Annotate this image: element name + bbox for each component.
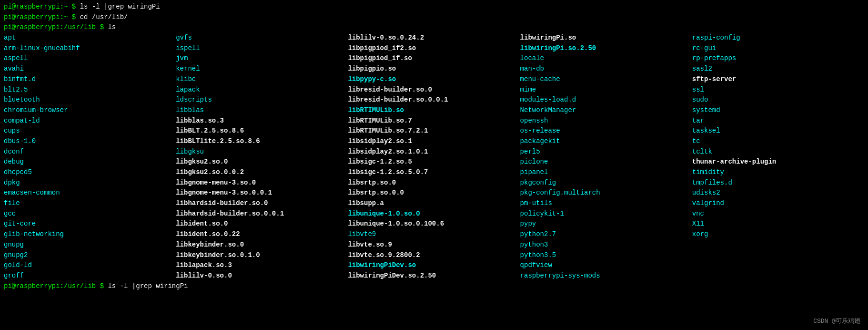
- prompt-2: pi@raspberrypi:~ $: [4, 12, 80, 23]
- dir-entry: libident.so.0: [176, 219, 348, 229]
- dir-entry: man-db: [520, 64, 692, 74]
- dir-entry: libkeybinder.so.0: [176, 240, 348, 250]
- dir-entry: modules-load.d: [520, 95, 692, 105]
- dir-entry: liblilv-0.so.0.24.2: [348, 33, 520, 43]
- dir-entry: libpigpio.so: [348, 64, 520, 74]
- dir-entry: blt2.5: [4, 85, 176, 95]
- dir-entry: menu-cache: [520, 74, 692, 85]
- dir-entry: sftp-server: [692, 74, 864, 85]
- dir-entry: rc-gui: [692, 43, 864, 54]
- dir-entry: libsidplay2.so.1.0.1: [348, 147, 520, 157]
- dir-entry: openssh: [520, 116, 692, 126]
- dir-entry: gnupg: [4, 240, 176, 250]
- dir-entry: gnupg2: [4, 250, 176, 261]
- dir-entry: libgnome-menu-3.so.0: [176, 178, 348, 188]
- dir-entry: libunique-1.0.so.0: [348, 209, 520, 219]
- dir-listing: aptarm-linux-gnueabihfaspellavahibinfmt.…: [4, 33, 864, 281]
- dir-entry: pkgconfig: [520, 178, 692, 188]
- dir-entry: libhardsid-builder.so.0: [176, 198, 348, 209]
- dir-entry: compat-ld: [4, 116, 176, 126]
- dir-entry: policykit-1: [520, 209, 692, 219]
- column-col3: liblilv-0.so.0.24.2libpigpiod_if2.solibp…: [348, 33, 520, 281]
- dir-entry: gvfs: [176, 33, 348, 43]
- dir-entry: git-core: [4, 219, 176, 229]
- dir-entry: libgnome-menu-3.so.0.0.1: [176, 188, 348, 198]
- dir-entry: jvm: [176, 53, 348, 64]
- dir-entry: libsidplay2.so.1: [348, 136, 520, 147]
- dir-entry: dhcpcd5: [4, 167, 176, 178]
- dir-entry: libkeybinder.so.0.1.0: [176, 250, 348, 261]
- terminal: pi@raspberrypi:~ $ ls -l |grep wiringPi …: [0, 0, 868, 293]
- dir-entry: libwiringPiDev.so.2.50: [348, 271, 520, 281]
- dir-entry: libident.so.0.22: [176, 229, 348, 240]
- dir-entry: perl5: [520, 147, 692, 157]
- dir-entry: libwiringPi.so: [520, 33, 692, 43]
- column-col5: raspi-configrc-guirp-prefappssasl2sftp-s…: [692, 33, 864, 281]
- prompt-3: pi@raspberrypi:/usr/lib $: [4, 22, 108, 33]
- dir-entry: avahi: [4, 64, 176, 74]
- cmd-line-2: pi@raspberrypi:~ $ cd /usr/lib/: [4, 12, 864, 23]
- dir-entry: rp-prefapps: [692, 53, 864, 64]
- prompt-1: pi@raspberrypi:~ $: [4, 2, 80, 12]
- dir-entry: libwiringPiDev.so: [348, 260, 520, 271]
- dir-entry: valgrind: [692, 198, 864, 209]
- cmd-text-2: cd /usr/lib/: [80, 12, 128, 23]
- dir-entry: arm-linux-gnueabihf: [4, 43, 176, 54]
- dir-entry: liblilv-0.so.0: [176, 271, 348, 281]
- cmd-line-bottom: pi@raspberrypi:/usr/lib $ ls -l |grep wi…: [4, 281, 864, 292]
- dir-entry: lapack: [176, 85, 348, 95]
- dir-entry: tasksel: [692, 126, 864, 136]
- dir-entry: dconf: [4, 147, 176, 157]
- dir-entry: emacsen-common: [4, 188, 176, 198]
- dir-entry: gcc: [4, 209, 176, 219]
- dir-entry: libgksu2.so.0: [176, 157, 348, 167]
- dir-entry: tmpfiles.d: [692, 178, 864, 188]
- dir-entry: NetworkManager: [520, 105, 692, 116]
- dir-entry: python3.5: [520, 250, 692, 261]
- dir-entry: debug: [4, 157, 176, 167]
- dir-entry: sudo: [692, 95, 864, 105]
- dir-entry: libBLTlite.2.5.so.8.6: [176, 136, 348, 147]
- dir-entry: libgksu2.so.0.0.2: [176, 167, 348, 178]
- column-col2: gvfsispelljvmkernelklibclapackldscriptsl…: [176, 33, 348, 281]
- dir-entry: libgksu: [176, 147, 348, 157]
- dir-entry: tc: [692, 136, 864, 147]
- dir-entry: tar: [692, 116, 864, 126]
- column-col4: libwiringPi.solibwiringPi.so.2.50localem…: [520, 33, 692, 281]
- dir-entry: python3: [520, 240, 692, 250]
- dir-entry: libblas.so.3: [176, 116, 348, 126]
- dir-entry: libpigpiod_if2.so: [348, 43, 520, 54]
- column-col1: aptarm-linux-gnueabihfaspellavahibinfmt.…: [4, 33, 176, 281]
- dir-entry: bluetooth: [4, 95, 176, 105]
- dir-entry: libRTIMULib.so: [348, 105, 520, 116]
- dir-entry: libsigc-1.2.so.5.0.7: [348, 167, 520, 178]
- dir-entry: file: [4, 198, 176, 209]
- dir-entry: pypy: [520, 219, 692, 229]
- dir-entry: libresid-builder.so.0.0.1: [348, 95, 520, 105]
- dir-entry: libvte9: [348, 229, 520, 240]
- dir-entry: liblapack.so.3: [176, 260, 348, 271]
- dir-entry: apt: [4, 33, 176, 43]
- dir-entry: libvte.so.9.2800.2: [348, 250, 520, 261]
- cmd-text-3: ls: [108, 22, 116, 33]
- cmd-text-bottom: ls -l |grep wiringPi: [108, 281, 188, 292]
- dir-entry: libsigc-1.2.so.5: [348, 157, 520, 167]
- dir-entry: raspi-config: [692, 33, 864, 43]
- dir-entry: timidity: [692, 167, 864, 178]
- prompt-bottom: pi@raspberrypi:/usr/lib $: [4, 281, 108, 292]
- dir-entry: binfmt.d: [4, 74, 176, 85]
- dir-entry: xorg: [692, 229, 864, 240]
- dir-entry: sasl2: [692, 64, 864, 74]
- dir-entry: python2.7: [520, 229, 692, 240]
- dir-entry: libsrtp.so.0: [348, 178, 520, 188]
- dir-entry: libvte.so.9: [348, 240, 520, 250]
- dir-entry: pipanel: [520, 167, 692, 178]
- watermark: CSDN @可乐鸡翅: [813, 317, 860, 326]
- dir-entry: libresid-builder.so.0: [348, 85, 520, 95]
- dir-entry: thunar-archive-plugin: [692, 157, 864, 167]
- dir-entry: ssl: [692, 85, 864, 95]
- dir-entry: libwiringPi.so.2.50: [520, 43, 692, 54]
- dir-entry: vnc: [692, 209, 864, 219]
- dir-entry: libRTIMULib.so.7: [348, 116, 520, 126]
- dir-entry: cups: [4, 126, 176, 136]
